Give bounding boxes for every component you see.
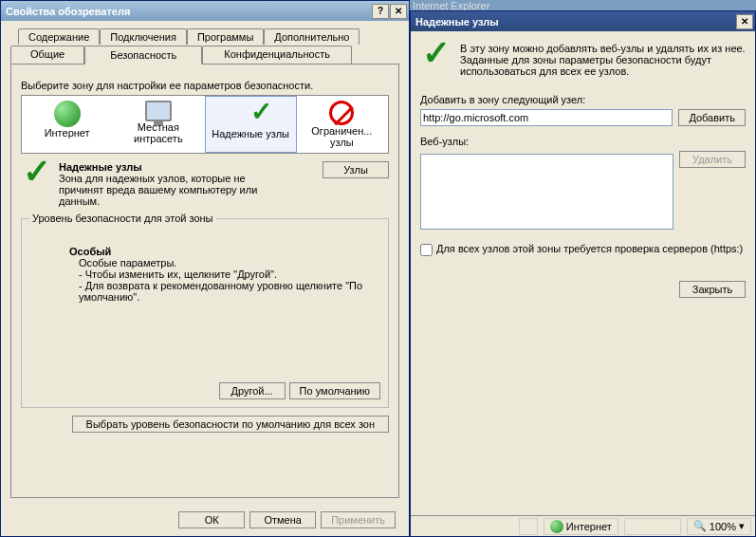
titlebar: Надежные узлы ✕ <box>411 11 755 31</box>
status-zoom[interactable]: 🔍 100% ▾ <box>687 518 751 535</box>
dialog-title: Надежные узлы <box>413 16 735 28</box>
add-label: Добавить в зону следующий узел: <box>420 94 746 105</box>
zone-intranet[interactable]: Местная интрасеть <box>113 96 204 153</box>
zone-restricted[interactable]: Ограничен... узлы <box>297 96 388 153</box>
add-site-input[interactable] <box>420 109 673 126</box>
zone-title: Надежные узлы <box>59 161 323 173</box>
trusted-sites-dialog: Надежные узлы ✕ В эту зону можно добавля… <box>410 10 756 537</box>
default-level-button[interactable]: По умолчанию <box>289 382 380 399</box>
https-checkbox[interactable] <box>420 244 433 256</box>
https-check-label[interactable]: Для всех узлов этой зоны требуется прове… <box>420 243 743 254</box>
monitor-icon <box>145 101 172 121</box>
apply-button[interactable]: Применить <box>321 511 396 528</box>
zone-list: Интернет Местная интрасеть Надежные узлы… <box>21 95 389 154</box>
level-line3: - Для возврата к рекомендованному уровню… <box>69 280 378 303</box>
tab-general[interactable]: Общие <box>10 46 84 64</box>
tab-connections[interactable]: Подключения <box>100 28 187 45</box>
cancel-button[interactable]: Отмена <box>249 511 316 528</box>
titlebar: Свойства обозревателя ? ✕ <box>1 1 409 21</box>
tab-privacy[interactable]: Конфиденциальность <box>202 46 352 64</box>
level-line2: - Чтобы изменить их, щелкните "Другой". <box>69 268 378 280</box>
checkmark-icon <box>420 43 454 77</box>
remove-button[interactable]: Удалить <box>679 151 746 168</box>
no-icon <box>329 101 354 125</box>
level-line1: Особые параметры. <box>69 257 378 268</box>
sites-listbox[interactable] <box>420 154 673 230</box>
zone-prompt: Выберите зону для настройки ее параметро… <box>21 80 389 91</box>
close-button[interactable]: ✕ <box>736 14 753 29</box>
zone-internet[interactable]: Интернет <box>22 96 113 153</box>
internet-options-dialog: Свойства обозревателя ? ✕ Содержание Под… <box>0 0 410 537</box>
tab-security[interactable]: Безопасность <box>84 46 202 65</box>
reset-all-button[interactable]: Выбрать уровень безопасности по умолчани… <box>72 416 389 433</box>
ie-statusbar: Интернет 🔍 100% ▾ <box>411 515 755 536</box>
list-label: Веб-узлы: <box>420 136 746 147</box>
sites-button[interactable]: Узлы <box>323 161 389 178</box>
globe-icon <box>550 520 563 533</box>
level-legend: Уровень безопасности для этой зоны <box>29 213 216 224</box>
status-cell <box>519 518 538 535</box>
status-zone[interactable]: Интернет <box>544 518 618 535</box>
custom-level-button[interactable]: Другой... <box>219 382 286 399</box>
help-button[interactable]: ? <box>372 4 389 19</box>
dialog-title: Свойства обозревателя <box>3 6 371 17</box>
intro-text: В эту зону можно добавлять веб-узлы и уд… <box>460 43 746 77</box>
globe-icon <box>54 101 81 127</box>
close-button[interactable]: ✕ <box>390 4 407 19</box>
status-protected <box>624 518 681 535</box>
tab-advanced[interactable]: Дополнительно <box>264 28 360 45</box>
tab-content[interactable]: Содержание <box>18 28 100 45</box>
ie-hidden-title: Internet Explorer <box>413 0 489 10</box>
checkmark-icon <box>237 102 264 128</box>
tab-programs[interactable]: Программы <box>187 28 264 45</box>
add-button[interactable]: Добавить <box>678 109 746 126</box>
ok-button[interactable]: ОК <box>178 511 245 528</box>
close-dialog-button[interactable]: Закрыть <box>679 281 746 298</box>
zone-desc: Зона для надежных узлов, которые не прич… <box>59 173 258 207</box>
zone-trusted[interactable]: Надежные узлы <box>205 96 297 153</box>
level-name: Особый <box>69 246 378 257</box>
zone-big-icon <box>21 161 55 195</box>
